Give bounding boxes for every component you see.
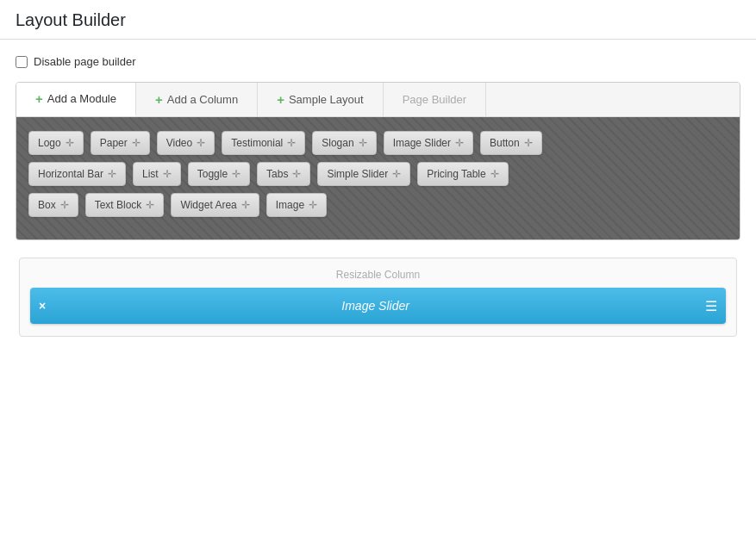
- module-widget-area[interactable]: Widget Area ✛: [171, 193, 259, 217]
- modules-panel: Logo ✛ Paper ✛ Video ✛ Testimonial ✛: [16, 117, 740, 239]
- move-icon: ✛: [232, 168, 241, 180]
- move-icon: ✛: [108, 168, 116, 180]
- module-video[interactable]: Video ✛: [157, 131, 215, 155]
- move-icon: ✛: [60, 199, 69, 211]
- module-tabs-label: Tabs: [266, 168, 288, 180]
- disable-label[interactable]: Disable page builder: [34, 55, 136, 68]
- move-icon: ✛: [163, 168, 172, 180]
- tab-sample-layout[interactable]: + Sample Layout: [258, 83, 384, 116]
- module-horizontal-bar[interactable]: Horizontal Bar ✛: [28, 162, 126, 186]
- module-slogan-label: Slogan: [322, 137, 353, 149]
- module-logo[interactable]: Logo ✛: [28, 131, 84, 155]
- module-text-block[interactable]: Text Block ✛: [85, 193, 165, 217]
- module-logo-label: Logo: [38, 137, 61, 149]
- plus-icon-column: +: [155, 92, 163, 107]
- page-title: Layout Builder: [16, 10, 740, 30]
- module-button[interactable]: Button ✛: [480, 131, 542, 155]
- image-slider-bar: × Image Slider ☰: [30, 288, 726, 324]
- module-slogan[interactable]: Slogan ✛: [312, 131, 376, 155]
- slider-menu-button[interactable]: ☰: [705, 298, 717, 314]
- module-image-label: Image: [276, 199, 304, 211]
- modules-row-3: Box ✛ Text Block ✛ Widget Area ✛ Image ✛: [28, 193, 728, 217]
- builder-container: + Add a Module + Add a Column + Sample L…: [16, 82, 740, 240]
- move-icon: ✛: [524, 137, 533, 149]
- module-video-label: Video: [166, 137, 192, 149]
- module-pricing-table[interactable]: Pricing Table ✛: [417, 162, 508, 186]
- module-image-slider[interactable]: Image Slider ✛: [384, 131, 473, 155]
- plus-icon-module: +: [35, 91, 43, 106]
- module-text-block-label: Text Block: [95, 199, 142, 211]
- page-header: Layout Builder: [0, 0, 756, 40]
- tab-add-module-label: Add a Module: [47, 92, 116, 105]
- module-list-label: List: [142, 168, 159, 180]
- module-image-slider-label: Image Slider: [393, 137, 451, 149]
- module-toggle-label: Toggle: [197, 168, 228, 180]
- module-image[interactable]: Image ✛: [266, 193, 327, 217]
- module-widget-area-label: Widget Area: [180, 199, 236, 211]
- move-icon: ✛: [132, 137, 141, 149]
- move-icon: ✛: [490, 168, 499, 180]
- module-toggle[interactable]: Toggle ✛: [188, 162, 250, 186]
- module-pricing-table-label: Pricing Table: [427, 168, 485, 180]
- move-icon: ✛: [359, 137, 367, 149]
- disable-checkbox[interactable]: [16, 56, 28, 68]
- disable-row: Disable page builder: [16, 55, 740, 68]
- module-box[interactable]: Box ✛: [28, 193, 78, 217]
- move-icon: ✛: [241, 199, 250, 211]
- move-icon: ✛: [455, 137, 464, 149]
- tab-sample-layout-label: Sample Layout: [289, 93, 364, 106]
- module-simple-slider-label: Simple Slider: [327, 168, 388, 180]
- page-wrapper: Layout Builder Disable page builder + Ad…: [0, 0, 756, 559]
- resizable-column-area: Resizable Column × Image Slider ☰: [19, 258, 737, 337]
- move-icon: ✛: [292, 168, 301, 180]
- slider-close-button[interactable]: ×: [39, 299, 46, 313]
- module-simple-slider[interactable]: Simple Slider ✛: [317, 162, 410, 186]
- move-icon: ✛: [146, 199, 154, 211]
- modules-row-2: Horizontal Bar ✛ List ✛ Toggle ✛ Tabs ✛: [28, 162, 728, 186]
- module-paper-label: Paper: [100, 137, 128, 149]
- move-icon: ✛: [287, 137, 296, 149]
- move-icon: ✛: [66, 137, 74, 149]
- plus-icon-sample: +: [277, 92, 284, 107]
- tab-page-builder-label: Page Builder: [403, 93, 466, 106]
- tab-page-builder: Page Builder: [384, 83, 486, 116]
- module-testimonial[interactable]: Testimonial ✛: [222, 131, 305, 155]
- move-icon: ✛: [197, 137, 205, 149]
- content-area: Disable page builder + Add a Module + Ad…: [0, 40, 756, 352]
- tab-add-module[interactable]: + Add a Module: [16, 83, 136, 116]
- module-box-label: Box: [38, 199, 56, 211]
- module-list[interactable]: List ✛: [133, 162, 181, 186]
- resizable-label: Resizable Column: [30, 269, 726, 281]
- move-icon: ✛: [309, 199, 317, 211]
- modules-row-1: Logo ✛ Paper ✛ Video ✛ Testimonial ✛: [28, 131, 728, 155]
- module-paper[interactable]: Paper ✛: [91, 131, 150, 155]
- tab-add-column[interactable]: + Add a Column: [136, 83, 258, 116]
- module-horizontal-bar-label: Horizontal Bar: [38, 168, 103, 180]
- module-tabs[interactable]: Tabs ✛: [257, 162, 310, 186]
- module-testimonial-label: Testimonial: [231, 137, 283, 149]
- slider-title: Image Slider: [341, 299, 409, 313]
- module-button-label: Button: [490, 137, 520, 149]
- move-icon: ✛: [392, 168, 401, 180]
- tab-add-column-label: Add a Column: [167, 93, 238, 106]
- tabs-bar: + Add a Module + Add a Column + Sample L…: [16, 83, 740, 117]
